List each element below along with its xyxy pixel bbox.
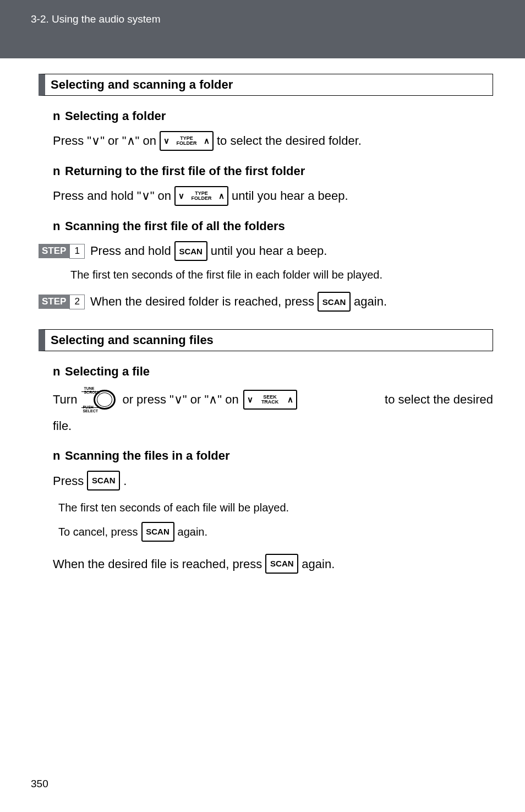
line-select-folder: Press "∨" or "∧" on ∨ TYPEFOLDER ∧ to se… <box>53 131 493 151</box>
scan-button[interactable]: SCAN <box>141 522 174 542</box>
step1-note: The first ten seconds of the first file … <box>70 266 493 283</box>
bullet: n <box>53 449 65 463</box>
bullet: n <box>53 219 65 233</box>
seek-track-button[interactable]: ∨ SEEKTRACK ∧ <box>243 390 297 410</box>
line-press-scan: Press SCAN . <box>53 471 493 491</box>
step-2-label: STEP2 <box>39 294 85 309</box>
step-1-label: STEP1 <box>39 243 85 259</box>
chevron-up-icon: ∧ <box>204 134 210 148</box>
step-1-line: STEP1 Press and hold SCAN until you hear… <box>39 241 493 261</box>
subheading-return-first: nReturning to the first file of the firs… <box>53 164 493 178</box>
scan-button[interactable]: SCAN <box>87 471 120 491</box>
type-folder-button[interactable]: ∨ TYPEFOLDER ∧ <box>174 186 228 206</box>
content-area: Selecting and scanning a folder nSelecti… <box>0 74 525 574</box>
scan-note: The first ten seconds of each file will … <box>58 502 493 514</box>
chevron-down-icon: ∨ <box>163 134 169 148</box>
subheading-scan-folders: nScanning the first file of all the fold… <box>53 219 493 233</box>
line-select-file-2: file. <box>53 416 493 435</box>
header-band: 3-2. Using the audio system <box>0 0 525 58</box>
chevron-down-icon: ∨ <box>247 395 253 405</box>
scan-button[interactable]: SCAN <box>318 292 351 312</box>
section-title-files: Selecting and scanning files <box>39 329 493 351</box>
tune-scroll-knob[interactable]: TUNE SCROLL PUSH SELECT <box>81 386 118 413</box>
scan-button[interactable]: SCAN <box>174 241 207 261</box>
bullet: n <box>53 364 65 379</box>
bullet: n <box>53 109 65 123</box>
bullet: n <box>53 164 65 178</box>
page-number: 350 <box>31 778 48 790</box>
subheading-scan-files: nScanning the files in a folder <box>53 449 493 463</box>
chevron-down-icon: ∨ <box>178 189 184 203</box>
section-title-folder: Selecting and scanning a folder <box>39 74 493 96</box>
line-select-file: Turn TUNE SCROLL PUSH SELECT or press "∨… <box>53 386 493 413</box>
subheading-select-file: nSelecting a file <box>53 364 493 379</box>
scan-button[interactable]: SCAN <box>265 554 298 574</box>
chevron-up-icon: ∧ <box>218 189 225 203</box>
step-2-line: STEP2 When the desired folder is reached… <box>39 292 493 312</box>
type-folder-button[interactable]: ∨ TYPEFOLDER ∧ <box>160 131 214 151</box>
chevron-up-icon: ∧ <box>287 395 293 405</box>
breadcrumb: 3-2. Using the audio system <box>31 13 161 25</box>
line-final: When the desired file is reached, press … <box>53 554 493 574</box>
line-return-first: Press and hold "∨" on ∨ TYPEFOLDER ∧ unt… <box>53 186 493 206</box>
subheading-select-folder: nSelecting a folder <box>53 109 493 123</box>
line-cancel: To cancel, press SCAN again. <box>58 522 493 542</box>
